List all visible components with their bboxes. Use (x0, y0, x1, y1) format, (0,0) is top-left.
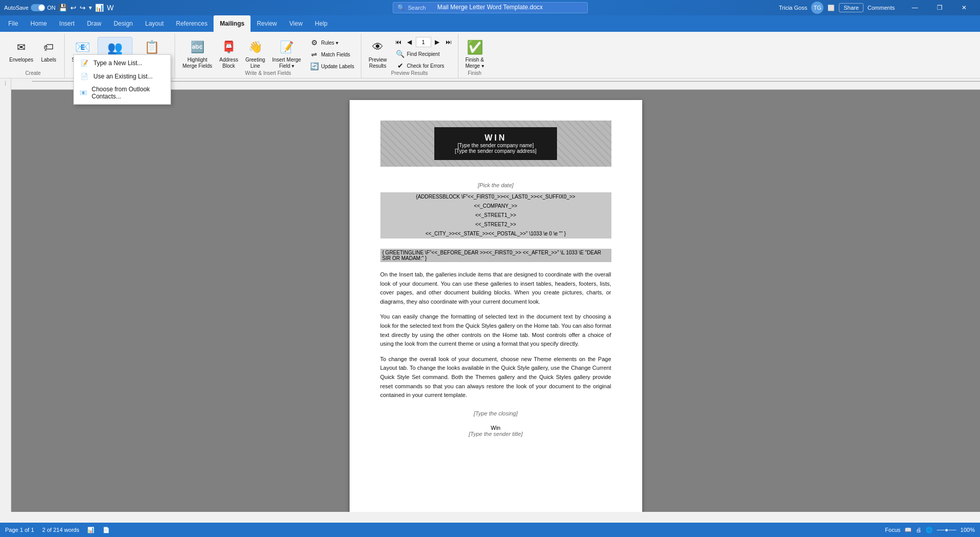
next-record-button[interactable]: ▶ (432, 37, 443, 47)
prev-record-button[interactable]: ◀ (405, 37, 415, 47)
rules-button[interactable]: ⚙ Rules ▾ (307, 37, 357, 48)
use-existing-list-item[interactable]: 📄 Use an Existing List... (74, 70, 170, 83)
letter-logo-box: WIN [Type the sender company name] [Type… (434, 127, 557, 160)
ruler-line (32, 81, 980, 87)
layout-icon[interactable]: ⬜ (828, 5, 835, 11)
view-web-icon[interactable]: 🌐 (926, 527, 933, 533)
insert-merge-field-label: Insert MergeField ▾ (272, 57, 301, 69)
restore-button[interactable]: ❐ (928, 0, 951, 15)
insert-merge-field-button[interactable]: 📝 Insert MergeField ▾ (269, 37, 304, 71)
view-print-icon[interactable]: 🖨 (916, 527, 921, 533)
tab-file[interactable]: File (2, 15, 24, 32)
left-ruler: | (0, 78, 11, 512)
closing-text: [Type the closing] (474, 410, 517, 416)
search-box[interactable]: 🔍 (393, 2, 588, 13)
next-record-icon: ▶ (433, 38, 441, 46)
tab-mailings[interactable]: Mailings (214, 15, 251, 32)
tab-view[interactable]: View (283, 15, 309, 32)
view-read-icon[interactable]: 📖 (905, 527, 912, 533)
sender-title: [Type the sender title] (380, 431, 611, 437)
zoom-slider[interactable]: ──●── (937, 527, 956, 533)
find-recipient-icon: 🔍 (396, 49, 405, 58)
address-block-label: AddressBlock (219, 57, 238, 69)
prev-record-icon: ◀ (406, 38, 414, 46)
outlook-contacts-item[interactable]: 📧 Choose from Outlook Contacts... (74, 83, 170, 103)
tab-review[interactable]: Review (251, 15, 283, 32)
undo-icon[interactable]: ↩ (70, 4, 76, 12)
status-left: Page 1 of 1 2 of 214 words 📊 📄 (5, 527, 110, 533)
nav-buttons-col: ⏮ ◀ ▶ ⏭ 🔍 Find Recipient ✔ Check (393, 37, 454, 71)
share-button[interactable]: Share (839, 3, 863, 12)
word-icon[interactable]: W (107, 4, 113, 12)
tab-layout[interactable]: Layout (139, 15, 170, 32)
find-recipient-label: Find Recipient (407, 51, 440, 57)
proofing-icon[interactable]: 📊 (87, 527, 94, 533)
envelopes-icon: ✉ (13, 39, 29, 55)
signature-name: Win (380, 425, 611, 431)
title-bar-right: Tricia Goss TG ⬜ Share Comments — ❐ ✕ (779, 0, 976, 15)
write-small-buttons: ⚙ Rules ▾ ⇌ Match Fields 🔄 Update Labels (307, 37, 357, 72)
autosave-toggle[interactable]: AutoSave ON (4, 4, 55, 11)
write-group-label: Write & Insert Fields (245, 70, 291, 76)
match-fields-icon: ⇌ (310, 50, 319, 59)
greeting-line-button[interactable]: 👋 GreetingLine (242, 37, 268, 71)
ribbon-group-preview: 👁 PreviewResults ⏮ ◀ ▶ ⏭ 🔍 Find Rec (361, 34, 458, 78)
update-labels-button[interactable]: 🔄 Update Labels (307, 61, 357, 72)
company-name: WIN (455, 133, 536, 143)
body-text: On the Insert tab, the galleries include… (380, 270, 611, 400)
minimize-button[interactable]: — (903, 0, 927, 15)
record-number-input[interactable] (416, 37, 431, 47)
window-controls: — ❐ ✕ (903, 0, 976, 15)
sender-company: [Type the sender company name] (455, 143, 536, 148)
greeting-line: { GREETINGLINE \F"<<_BEFORE_DEAR >><<_FI… (380, 249, 611, 262)
focus-label[interactable]: Focus (885, 527, 900, 533)
comments-button[interactable]: Comments (868, 5, 895, 11)
tab-references[interactable]: References (170, 15, 214, 32)
check-for-errors-button[interactable]: ✔ Check for Errors (393, 60, 454, 71)
type-new-list-item[interactable]: 📝 Type a New List... (74, 56, 170, 70)
customize-icon[interactable]: ▾ (89, 4, 92, 11)
save-icon[interactable]: 💾 (59, 4, 67, 12)
last-record-button[interactable]: ⏭ (444, 37, 454, 47)
preview-group-label: Preview Results (391, 70, 428, 76)
tab-insert[interactable]: Insert (53, 15, 81, 32)
autosave-label: AutoSave (4, 5, 29, 11)
user-avatar[interactable]: TG (811, 2, 823, 14)
title-bar: AutoSave ON 💾 ↩ ↪ ▾ 📊 W 🔍 Mail Merge Let… (0, 0, 980, 15)
user-name: Tricia Goss (779, 5, 807, 11)
redo-icon[interactable]: ↪ (80, 4, 86, 12)
doc-mode-icon[interactable]: 📄 (103, 527, 110, 533)
preview-results-button[interactable]: 👁 PreviewResults (366, 37, 390, 71)
outlook-contacts-icon: 📧 (79, 89, 87, 97)
highlight-merge-fields-button[interactable]: 🔤 HighlightMerge Fields (179, 37, 215, 71)
tab-home[interactable]: Home (24, 15, 53, 32)
finish-merge-button[interactable]: ✅ Finish &Merge ▾ (463, 37, 487, 71)
find-recipient-button[interactable]: 🔍 Find Recipient (393, 48, 454, 59)
doc-scroll[interactable]: WIN [Type the sender company name] [Type… (11, 90, 980, 512)
update-labels-icon: 🔄 (310, 62, 319, 71)
type-new-list-icon: 📝 (79, 59, 89, 67)
letter-header-banner: WIN [Type the sender company name] [Type… (380, 121, 611, 167)
autosave-track[interactable] (31, 4, 45, 11)
address-block-button[interactable]: 📮 AddressBlock (216, 37, 241, 71)
finish-merge-icon: ✅ (467, 39, 483, 55)
tab-draw[interactable]: Draw (81, 15, 107, 32)
more-icon[interactable]: 📊 (95, 4, 104, 12)
close-button[interactable]: ✕ (952, 0, 976, 15)
last-record-icon: ⏭ (445, 38, 453, 46)
tab-design[interactable]: Design (107, 15, 139, 32)
autosave-state: ON (47, 5, 56, 11)
search-input[interactable] (408, 5, 583, 11)
body-paragraph-3: To change the overall look of your docum… (380, 355, 611, 400)
tab-help[interactable]: Help (309, 15, 334, 32)
envelopes-button[interactable]: ✉ Envelopes (6, 37, 36, 65)
select-recipients-icon: 👥 (107, 39, 123, 56)
address-line1: {ADDRESSBLOCK \F"<<_FIRST0_>><<_LAST0_>>… (380, 192, 611, 202)
first-record-button[interactable]: ⏮ (393, 37, 403, 47)
greeting-line-icon: 👋 (247, 39, 263, 55)
labels-icon: 🏷 (41, 39, 57, 55)
highlight-label: HighlightMerge Fields (182, 57, 212, 69)
match-fields-button[interactable]: ⇌ Match Fields (307, 49, 357, 60)
labels-button[interactable]: 🏷 Labels (37, 37, 60, 65)
create-group-label: Create (25, 70, 41, 76)
